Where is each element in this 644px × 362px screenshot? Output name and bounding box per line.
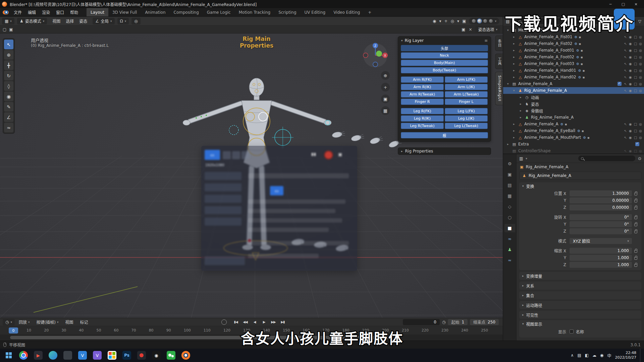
viewport-menu-view[interactable]: 视图 [50,18,63,24]
disable-viewport-toggle-icon[interactable] [634,42,637,46]
rig-layer-finger-l-button[interactable]: Finger L [445,99,488,105]
workspace-tab-3d-view-full[interactable]: 3D View Full [108,8,141,16]
selectable-toggle-icon[interactable] [624,136,627,139]
rig-layer-leg-l-fk-button[interactable]: Leg L(FK) [445,108,488,114]
transform-options-icon[interactable]: ▣ [462,27,465,32]
rig-layer-arm-l-ik-button[interactable]: Arm L(IK) [445,84,488,90]
measure-tool-button[interactable]: ∠ [4,112,13,122]
hide-viewport-toggle-icon[interactable] [629,55,632,59]
timeline-menu-markers[interactable]: 标记 [77,319,91,325]
taskbar-wechat-icon[interactable] [164,349,178,362]
expand-arrow-icon[interactable]: ▸ [513,35,518,39]
tray-ime-indicator[interactable]: 中 [607,353,611,358]
field-value[interactable]: 0° [570,214,632,220]
expand-arrow-icon[interactable]: ▸ [513,62,518,65]
field-value[interactable]: 1.30000 [570,190,632,196]
selectable-toggle-icon[interactable] [624,89,627,93]
hide-viewport-toggle-icon[interactable] [629,136,632,139]
outliner-row-eyeball[interactable]: ▸ △ Anime_Female_A_EyeBall [503,127,644,134]
object-name-field[interactable]: ♟ Rig_Anime_Female_A [519,172,641,180]
lock-icon[interactable] [634,193,637,195]
chevron-down-icon[interactable]: ▾ [495,19,496,23]
grid-ortho-icon[interactable]: ▦ [381,106,390,115]
editor-type-button[interactable]: ▦ ▾ [2,18,14,24]
field-value[interactable]: 1.000 [570,248,632,254]
outliner-row-anime-female-a-mesh[interactable]: ▸ △ Anime_Female_A [503,121,644,127]
disable-viewport-toggle-icon[interactable] [634,136,637,139]
properties-tab-data[interactable]: ♟ [504,245,515,254]
pin-icon[interactable]: ⊙ [638,156,641,161]
hide-viewport-toggle-icon[interactable] [629,129,632,133]
collapse-arrow-icon[interactable]: ▾ [522,322,524,325]
disable-viewport-toggle-icon[interactable] [634,69,637,72]
selectable-toggle-icon[interactable] [624,49,627,52]
outliner-row-foot01[interactable]: ▸ △ Anime_Female_A_Foot01 [503,47,644,54]
field-value[interactable]: 0° [570,228,632,234]
frame-end-field[interactable]: 结束点250 [470,319,499,325]
tray-expand-icon[interactable]: ∧ [571,353,574,358]
play-reverse-button[interactable]: ◀ [251,319,258,325]
hide-viewport-toggle-icon[interactable] [629,122,632,126]
outliner-row-anime-female-a-collection[interactable]: ▾ ▤ Anime_Female_A [503,80,644,87]
section-visibility[interactable]: ▸ 可见性 [519,311,641,319]
rig-layer-finger-r-button[interactable]: Finger R [401,99,444,105]
rig-layer-arm-r-fk-button[interactable]: Arm R(FK) [401,76,444,83]
disable-viewport-toggle-icon[interactable] [634,49,637,52]
lock-icon[interactable] [634,257,637,260]
outliner-row-mouthpart[interactable]: ▸ △ Anime_Female_A_MouthPart [503,134,644,141]
expand-arrow-icon[interactable]: ▸ [513,122,518,126]
tray-icon-3[interactable]: ☁ [592,353,596,358]
disable-viewport-toggle-icon[interactable] [634,82,637,86]
taskbar-v-app-icon[interactable]: V [90,349,105,362]
outliner-row-extra[interactable]: ▸ ▤ Extra [503,141,644,147]
blender-menu-icon[interactable] [3,10,9,14]
selectable-toggle-icon[interactable] [624,149,627,153]
proportional-editing-toggle[interactable]: ◎ [131,18,140,24]
selectable-toggle-icon[interactable] [624,62,627,66]
disable-viewport-toggle-icon[interactable] [634,62,637,66]
xray-toggle-icon[interactable]: ▣ [462,19,466,23]
cursor-tool-button[interactable]: ⊕ [4,50,13,60]
pan-hand-icon[interactable]: + [381,83,390,92]
overlays-dropdown[interactable]: ▾ [457,19,459,23]
taskbar-recorder-icon[interactable] [134,349,149,362]
outliner-row-foot03[interactable]: ▸ △ Anime_Female_A_Foot03 [503,60,644,67]
disable-render-toggle-icon[interactable] [639,42,642,46]
workspace-tab-compositing[interactable]: Compositing [170,8,203,16]
disable-render-toggle-icon[interactable] [639,35,642,39]
expand-arrow-icon[interactable]: ▸ [520,102,524,106]
menu-file[interactable]: 文件 [11,8,25,16]
viewport-menu-select[interactable]: 选择 [63,18,76,24]
disable-render-toggle-icon[interactable] [639,129,642,133]
hide-viewport-toggle-icon[interactable] [629,149,632,153]
disable-render-toggle-icon[interactable] [639,82,642,86]
close-button[interactable]: × [630,1,642,7]
menu-window[interactable]: 窗口 [53,8,67,16]
rig-layer-leg-r-ik-button[interactable]: Leg R(IK) [401,115,444,122]
menu-edit[interactable]: 编辑 [25,8,39,16]
transform-tool-button[interactable]: ◉ [4,92,13,101]
expand-arrow-icon[interactable]: ▸ [513,69,518,72]
tray-icon-2[interactable]: ◧ [585,353,589,358]
expand-arrow-icon[interactable]: ▸ [513,49,518,52]
selectable-toggle-icon[interactable] [624,42,627,46]
scale-tool-button[interactable]: ◊ [4,81,13,91]
field-value[interactable]: 1.000 [570,255,632,261]
hide-viewport-toggle-icon[interactable] [629,89,632,93]
disable-viewport-toggle-icon[interactable] [634,129,637,133]
rig-layer-leg-r-fk-button[interactable]: Leg R(FK) [401,108,444,114]
navigation-gizmo[interactable]: X Z [362,42,388,68]
disable-render-toggle-icon[interactable] [639,136,642,139]
properties-tab-output[interactable]: ▤ [504,181,515,189]
show-name-checkbox[interactable] [570,329,574,334]
viewport-menu-pose[interactable]: 姿态 [76,18,90,24]
expand-arrow-icon[interactable]: ▾ [507,82,512,85]
expand-arrow-icon[interactable]: ▸ [513,136,518,139]
playhead[interactable]: 0 [9,327,18,334]
expand-arrow-icon[interactable]: ▸ [513,75,518,79]
gizmos-toggle-icon[interactable]: + [444,19,448,23]
expand-arrow-icon[interactable]: ▸ [513,129,518,132]
expand-arrow-icon[interactable]: ▸ [513,55,518,59]
field-value[interactable]: 1.000 [570,262,632,268]
annotate-tool-button[interactable]: ✎ [4,102,13,112]
